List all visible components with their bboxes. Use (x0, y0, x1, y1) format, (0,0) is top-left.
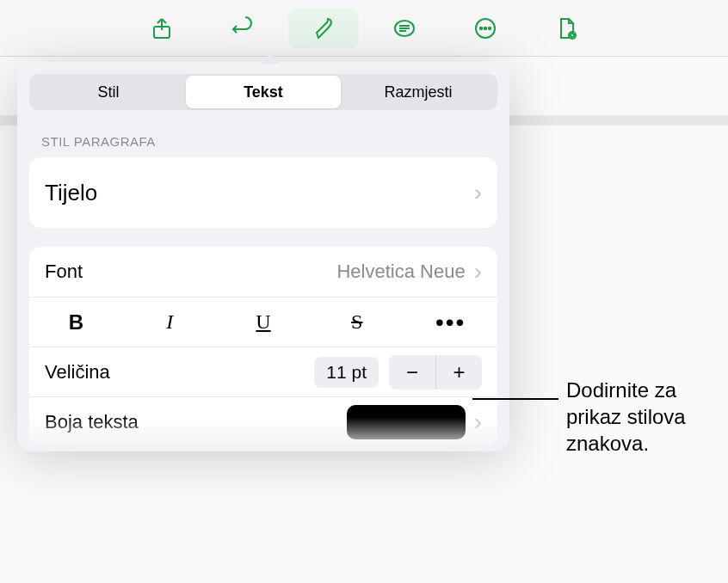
paragraph-style-card: Tijelo › (29, 157, 497, 228)
undo-button[interactable] (207, 9, 278, 48)
format-popover: Stil Tekst Razmjesti STIL PARAGRAFA Tije… (17, 62, 509, 451)
strikethrough-button[interactable]: S (310, 298, 404, 347)
italic-button[interactable]: I (123, 298, 217, 347)
chevron-right-icon: › (474, 410, 482, 434)
paragraph-style-value: Tijelo (45, 180, 97, 206)
font-value: Helvetica Neue (336, 261, 465, 283)
tab-arrange[interactable]: Razmjesti (341, 76, 496, 108)
text-style-row: B I U S ••• (29, 297, 497, 347)
text-color-label: Boja teksta (45, 411, 139, 433)
tab-segmented-control: Stil Tekst Razmjesti (29, 74, 497, 110)
tab-style[interactable]: Stil (31, 76, 186, 108)
svg-point-3 (480, 27, 482, 28)
text-color-row[interactable]: Boja teksta › (29, 396, 497, 446)
size-increase-button[interactable]: + (435, 355, 482, 390)
document-button[interactable] (531, 9, 602, 48)
callout-text: Dodirnite za prikaz stilova znakova. (566, 377, 721, 457)
size-row: Veličina 11 pt − + (29, 347, 497, 396)
top-toolbar (0, 0, 728, 57)
tab-text[interactable]: Tekst (186, 76, 341, 108)
paragraph-style-row[interactable]: Tijelo › (29, 157, 497, 228)
callout-leader-line (472, 398, 558, 400)
font-card: Font Helvetica Neue › B I U S ••• Veliči… (29, 247, 497, 446)
more-text-styles-button[interactable]: ••• (404, 298, 497, 347)
svg-point-5 (489, 27, 490, 28)
chevron-right-icon: › (474, 260, 482, 284)
size-stepper: − + (389, 355, 482, 390)
section-header-paragraph-style: STIL PARAGRAFA (41, 134, 485, 149)
popover-arrow (260, 53, 281, 64)
share-button[interactable] (126, 9, 197, 48)
format-button[interactable] (288, 9, 359, 48)
chevron-right-icon: › (474, 181, 482, 205)
size-decrease-button[interactable]: − (389, 355, 435, 390)
more-button[interactable] (450, 9, 521, 48)
underline-button[interactable]: U (217, 298, 311, 347)
insert-button[interactable] (369, 9, 440, 48)
font-label: Font (45, 261, 83, 283)
font-row[interactable]: Font Helvetica Neue › (29, 247, 497, 297)
bold-button[interactable]: B (29, 298, 123, 347)
size-label: Veličina (45, 361, 110, 384)
svg-point-4 (484, 27, 486, 28)
size-value[interactable]: 11 pt (314, 357, 379, 388)
text-color-swatch[interactable] (347, 405, 466, 439)
